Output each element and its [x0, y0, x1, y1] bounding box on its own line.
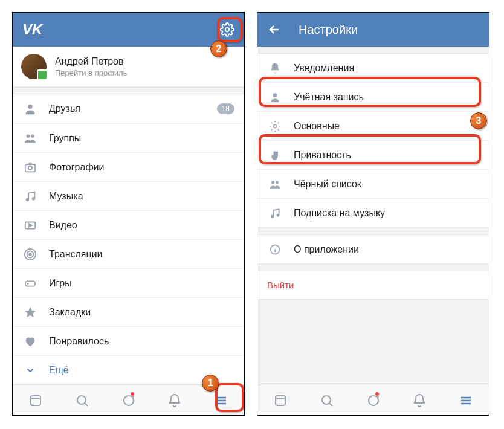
- section-gap: [257, 47, 489, 54]
- profile-row[interactable]: Андрей Петров Перейти в профиль: [13, 47, 244, 87]
- svg-rect-12: [25, 281, 36, 286]
- settings-notifications[interactable]: Уведомления: [257, 54, 489, 83]
- svg-point-9: [29, 253, 31, 256]
- svg-point-3: [31, 134, 34, 138]
- bottom-nav-right: [257, 385, 489, 415]
- header-left: VK: [13, 13, 244, 47]
- nav-search[interactable]: [59, 385, 106, 415]
- section-gap: [257, 228, 489, 235]
- settings-button[interactable]: [220, 22, 234, 37]
- groups-icon: [22, 131, 38, 146]
- menu-groups[interactable]: Группы: [13, 123, 244, 152]
- section-gap: [13, 87, 244, 94]
- hamburger-icon: [214, 393, 228, 408]
- svg-point-17: [271, 181, 274, 184]
- nav-notifications[interactable]: [396, 385, 443, 415]
- svg-point-16: [274, 124, 277, 127]
- nav-news[interactable]: [257, 385, 304, 415]
- settings-blacklist[interactable]: Чёрный список: [257, 170, 489, 199]
- hamburger-icon: [459, 393, 473, 408]
- search-icon: [75, 393, 89, 408]
- phone-right: Настройки Уведомления Учётная запись Осн…: [257, 12, 489, 416]
- gear-icon: [267, 118, 283, 134]
- settings-title: Настройки: [299, 23, 358, 37]
- svg-point-2: [27, 134, 30, 138]
- chevron-down-icon: [22, 363, 38, 378]
- back-button[interactable]: [267, 22, 282, 37]
- settings-privacy[interactable]: Приватность: [257, 141, 489, 170]
- svg-point-5: [28, 166, 32, 169]
- svg-point-19: [271, 215, 273, 217]
- star-icon: [22, 305, 38, 320]
- svg-rect-13: [31, 396, 40, 405]
- nav-search[interactable]: [304, 385, 351, 415]
- bell-icon: [412, 393, 427, 408]
- section-gap: [257, 299, 489, 385]
- person-icon: [267, 89, 283, 105]
- settings-music-sub[interactable]: Подписка на музыку: [257, 199, 489, 228]
- profile-name: Андрей Петров: [55, 56, 127, 67]
- nav-notifications[interactable]: [152, 385, 198, 415]
- music-icon: [267, 205, 283, 221]
- camera-icon: [22, 160, 38, 175]
- hand-icon: [267, 147, 283, 163]
- video-icon: [22, 218, 38, 233]
- broadcast-icon: [22, 247, 38, 262]
- svg-point-18: [276, 181, 279, 184]
- avatar: [21, 54, 47, 79]
- nav-messages[interactable]: [350, 385, 396, 415]
- svg-point-0: [225, 28, 229, 31]
- gamepad-icon: [22, 276, 38, 291]
- bell-icon: [167, 393, 182, 408]
- menu-photos[interactable]: Фотографии: [13, 152, 244, 181]
- menu-video[interactable]: Видео: [13, 210, 244, 239]
- menu-live[interactable]: Трансляции: [13, 239, 244, 268]
- settings-logout[interactable]: Выйти: [257, 271, 489, 299]
- menu-music[interactable]: Музыка: [13, 181, 244, 210]
- news-icon: [28, 393, 43, 408]
- content-right: Уведомления Учётная запись Основные Прив…: [257, 47, 489, 385]
- settings-account[interactable]: Учётная запись: [257, 83, 489, 112]
- arrow-left-icon: [267, 22, 282, 37]
- heart-icon: [22, 334, 38, 349]
- settings-about[interactable]: О приложении: [257, 235, 489, 264]
- menu-more[interactable]: Ещё: [13, 355, 244, 384]
- profile-subtitle: Перейти в профиль: [55, 68, 127, 77]
- nav-news[interactable]: [13, 385, 59, 415]
- news-icon: [273, 393, 288, 408]
- nav-messages[interactable]: [105, 385, 152, 415]
- svg-point-15: [273, 93, 277, 97]
- section-gap: [257, 264, 489, 271]
- menu-friends[interactable]: Друзья 18: [13, 94, 244, 123]
- nav-menu[interactable]: [442, 385, 489, 415]
- info-icon: [267, 242, 283, 257]
- gear-icon: [220, 22, 234, 37]
- svg-point-14: [77, 396, 86, 404]
- bell-icon: [267, 60, 283, 76]
- svg-point-6: [27, 198, 29, 201]
- svg-rect-22: [276, 396, 285, 405]
- menu-bookmarks[interactable]: Закладки: [13, 297, 244, 326]
- vk-logo: VK: [22, 21, 42, 38]
- header-right: Настройки: [257, 13, 489, 47]
- svg-point-1: [28, 105, 32, 109]
- svg-point-7: [33, 197, 35, 199]
- phone-left: VK Андрей Петров Перейти в профиль Друзь…: [12, 12, 245, 416]
- settings-general[interactable]: Основные: [257, 112, 489, 141]
- people-icon: [267, 176, 283, 192]
- svg-point-23: [322, 396, 331, 404]
- friends-badge: 18: [217, 103, 234, 114]
- music-icon: [22, 189, 38, 204]
- search-icon: [320, 393, 334, 408]
- notification-dot: [375, 392, 380, 396]
- bottom-nav-left: [13, 385, 244, 415]
- menu-games[interactable]: Игры: [13, 268, 244, 297]
- content-left: Андрей Петров Перейти в профиль Друзья 1…: [13, 47, 244, 385]
- nav-menu[interactable]: [198, 385, 244, 415]
- person-icon: [22, 101, 38, 117]
- svg-point-20: [277, 214, 279, 216]
- notification-dot: [130, 392, 135, 396]
- menu-liked[interactable]: Понравилось: [13, 326, 244, 355]
